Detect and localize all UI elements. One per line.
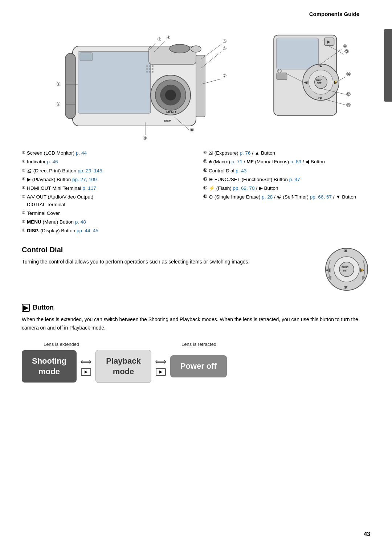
part-12: ⑫ Control Dial p. 43 bbox=[203, 167, 370, 175]
diagram-section: ① ② ③ ④ ⑤ ⑥ ⑦ bbox=[22, 24, 370, 140]
svg-text:④: ④ bbox=[166, 35, 171, 40]
svg-text:⑭: ⑭ bbox=[346, 72, 351, 76]
svg-text:FUNC: FUNC bbox=[316, 79, 323, 82]
double-arrow-1: ⟺ bbox=[80, 357, 92, 367]
power-off-box: Power off bbox=[170, 355, 227, 377]
page-header: Components Guide bbox=[22, 11, 370, 17]
svg-text:⊙: ⊙ bbox=[318, 97, 320, 100]
svg-point-35 bbox=[152, 68, 154, 70]
svg-text:⑬: ⑬ bbox=[344, 49, 349, 54]
svg-text:⑨: ⑨ bbox=[143, 135, 147, 140]
svg-text:☒: ☒ bbox=[318, 64, 321, 67]
svg-text:①: ① bbox=[56, 81, 61, 87]
part-1: ① Screen (LCD Monitor) p. 44 bbox=[22, 150, 189, 157]
control-dial-text: Control Dial Turning the control dial al… bbox=[22, 246, 309, 273]
svg-line-20 bbox=[201, 44, 221, 59]
svg-text:⊙: ⊙ bbox=[344, 286, 347, 289]
svg-rect-58 bbox=[277, 73, 287, 79]
part-6: ⑥ A/V OUT (Audio/Video Output)DIGITAL Te… bbox=[22, 193, 189, 208]
svg-point-30 bbox=[146, 65, 148, 67]
page-number: 43 bbox=[364, 531, 370, 537]
svg-text:⑩: ⑩ bbox=[343, 44, 347, 48]
svg-rect-11 bbox=[65, 53, 75, 119]
svg-point-37 bbox=[149, 71, 151, 73]
svg-text:☒: ☒ bbox=[344, 249, 347, 252]
part-3: ③ 🖨 (Direct Print) Button pp. 29, 145 bbox=[22, 167, 189, 175]
svg-point-33 bbox=[146, 68, 148, 70]
control-dial-section: Control Dial Turning the control dial al… bbox=[22, 246, 370, 293]
lens-extended-label: Lens is extended bbox=[44, 342, 181, 347]
part-2: ② Indicator p. 46 bbox=[22, 158, 189, 165]
svg-text:♣: ♣ bbox=[304, 81, 306, 84]
lens-labels: Lens is extended Lens is retracted bbox=[22, 342, 370, 347]
svg-point-8 bbox=[191, 46, 201, 52]
svg-text:⚡: ⚡ bbox=[360, 268, 364, 272]
lens-retracted-label: Lens is retracted bbox=[181, 342, 283, 347]
page: Components Guide bbox=[0, 0, 392, 552]
part-5: ⑤ HDMI OUT Mini Terminal p. 117 bbox=[22, 185, 189, 192]
play-btn-2: ▶ bbox=[156, 368, 166, 376]
svg-point-34 bbox=[149, 68, 151, 70]
svg-text:⑧: ⑧ bbox=[190, 127, 194, 132]
power-off-label: Power off bbox=[180, 361, 217, 371]
svg-text:⑫: ⑫ bbox=[346, 92, 351, 97]
playback-mode-box: Playbackmode bbox=[95, 350, 151, 383]
playback-button-section: ▶ Button When the lens is extended, you … bbox=[22, 304, 370, 333]
camera-front-svg: ① ② ③ ④ ⑤ ⑥ ⑦ bbox=[36, 24, 261, 140]
svg-text:SET: SET bbox=[343, 269, 348, 272]
part-14: ⑭ ⚡ (Flash) pp. 62, 70 / ▶ Button bbox=[203, 185, 370, 192]
camera-back-diagram: FUNC SET ▲ ▶ ▼ ◀ ☒ ♣ ⚡ ⊙ ▶ bbox=[269, 32, 356, 122]
svg-text:⑥: ⑥ bbox=[222, 46, 227, 51]
svg-point-38 bbox=[152, 71, 154, 73]
svg-point-32 bbox=[152, 65, 154, 67]
page-tab bbox=[384, 29, 392, 102]
svg-text:②: ② bbox=[56, 101, 61, 107]
part-8: ⑧ MENU (Menu) Button p. 48 bbox=[22, 218, 189, 226]
svg-text:⑤: ⑤ bbox=[222, 38, 227, 44]
play-btn-1: ▶ bbox=[81, 368, 91, 376]
playback-mode-label: Playbackmode bbox=[106, 356, 140, 376]
svg-text:③: ③ bbox=[157, 37, 162, 42]
part-13: ⑬ ⊕ FUNC./SET (Function/Set) Button p. 4… bbox=[203, 176, 370, 183]
camera-front-diagram: ① ② ③ ④ ⑤ ⑥ ⑦ bbox=[36, 24, 261, 140]
part-9: ⑨ DISP. (Display) Button pp. 44, 45 bbox=[22, 227, 189, 234]
control-dial-title: Control Dial bbox=[22, 246, 309, 254]
header-title: Components Guide bbox=[309, 11, 359, 17]
svg-text:SET: SET bbox=[317, 82, 322, 85]
parts-list: ① Screen (LCD Monitor) p. 44 ⑩ ☒ (Exposu… bbox=[22, 150, 370, 235]
camera-back-svg: FUNC SET ▲ ▶ ▼ ◀ ☒ ♣ ⚡ ⊙ ▶ bbox=[269, 32, 356, 122]
svg-point-7 bbox=[170, 44, 190, 53]
shooting-mode-label: Shootingmode bbox=[32, 356, 66, 376]
svg-point-31 bbox=[149, 65, 151, 67]
dial-svg: ▲ ▶ ▼ ◀ FUNC SET ☒ ♣ ⚡ ⊙ bbox=[323, 246, 370, 293]
svg-text:MENU: MENU bbox=[166, 110, 176, 114]
double-arrow-2: ⟺ bbox=[155, 357, 167, 367]
playback-button-desc: When the lens is extended, you can switc… bbox=[22, 315, 370, 333]
svg-text:♣: ♣ bbox=[326, 268, 328, 272]
svg-text:▶: ▶ bbox=[327, 40, 331, 44]
playback-button-label: Button bbox=[33, 304, 54, 311]
svg-rect-42 bbox=[277, 38, 318, 69]
part-15: ⑮ ⊙ (Single Image Erase) p. 28 / ☯ (Self… bbox=[203, 193, 370, 208]
arrow-1: ⟺ ▶ bbox=[77, 357, 95, 376]
svg-text:⑮: ⑮ bbox=[346, 103, 351, 107]
playback-icon: ▶ bbox=[22, 304, 30, 312]
part-4: ④ ▶ (Playback) Button pp. 27, 109 bbox=[22, 176, 189, 183]
control-dial-desc: Turning the control dial allows you to p… bbox=[22, 258, 309, 266]
svg-text:⑪: ⑪ bbox=[277, 69, 282, 73]
playback-button-title: ▶ Button bbox=[22, 304, 370, 312]
part-10: ⑩ ☒ (Exposure) p. 76 / ▲ Button bbox=[203, 150, 370, 157]
svg-rect-9 bbox=[80, 53, 93, 61]
shooting-mode-box: Shootingmode bbox=[22, 350, 77, 383]
svg-rect-10 bbox=[196, 55, 205, 117]
svg-point-36 bbox=[146, 71, 148, 73]
svg-text:FUNC: FUNC bbox=[342, 266, 348, 269]
part-7: ⑦ Terminal Cover bbox=[22, 210, 189, 217]
arrow-2: ⟺ ▶ bbox=[151, 357, 170, 376]
svg-text:DISP.: DISP. bbox=[164, 119, 171, 122]
svg-text:⑦: ⑦ bbox=[222, 73, 227, 78]
mode-diagram: Shootingmode ⟺ ▶ Playbackmode ⟺ ▶ Power … bbox=[22, 350, 370, 383]
part-11: ⑪ ♣ (Macro) p. 71 / MF (Manual Focus) p.… bbox=[203, 158, 370, 165]
control-dial-image: ▲ ▶ ▼ ◀ FUNC SET ☒ ♣ ⚡ ⊙ bbox=[323, 246, 370, 293]
svg-point-6 bbox=[165, 90, 176, 101]
